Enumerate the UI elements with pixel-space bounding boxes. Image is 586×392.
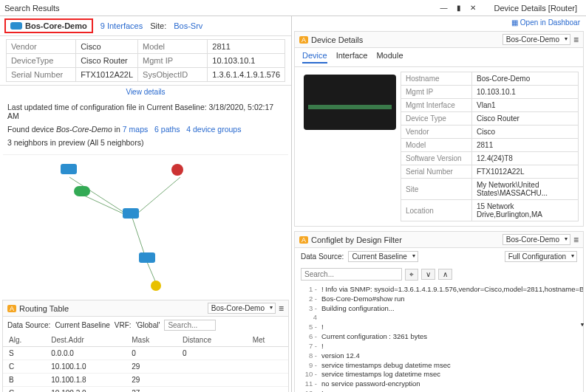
device-detail-table: HostnameBos-Core-Demo Mgmt IP10.103.10.1…	[401, 72, 579, 221]
tab-module[interactable]: Module	[376, 51, 403, 63]
search-results-title: Search Results	[4, 4, 438, 13]
rt-vrf-label: VRF:	[115, 321, 132, 329]
site-label: Site:	[150, 21, 166, 30]
tab-device[interactable]: Device	[302, 51, 327, 63]
device-tab[interactable]: Bos-Core-Demo	[4, 18, 93, 33]
cfg-ds-select[interactable]: Current Baseline	[348, 251, 418, 262]
rt-ds-select[interactable]: Current Baseline	[55, 321, 109, 329]
interfaces-tab[interactable]: 9 Interfaces	[100, 21, 143, 30]
device-info-table: VendorCiscoModel2811 DeviceTypeCisco Rou…	[6, 39, 285, 82]
close-icon[interactable]: ✕	[468, 4, 478, 12]
badge-icon: A	[7, 305, 16, 312]
device-name: Bos-Core-Demo	[25, 21, 87, 30]
device-image	[304, 75, 396, 130]
cfg-full-select[interactable]: Full Configuration	[505, 251, 577, 262]
svg-line-1	[132, 177, 180, 218]
cfg-search-input[interactable]	[301, 268, 402, 281]
table-row[interactable]: S0.0.0.000	[3, 347, 288, 360]
table-row[interactable]: C10.100.2.027	[3, 387, 288, 393]
left-pane: Bos-Core-Demo 9 Interfaces Site: Bos-Srv…	[0, 16, 292, 392]
cfg-up-btn[interactable]: ∧	[438, 269, 452, 280]
cfg-ds-label: Data Source:	[301, 252, 344, 261]
pin-icon[interactable]: ▮	[454, 4, 463, 12]
view-details-link[interactable]: View details	[0, 85, 291, 98]
neighbors-note: 3 neighbors in preview (All 5 neighbors)	[0, 138, 291, 151]
cfg-search-btn[interactable]: ⌖	[405, 269, 418, 281]
cfg-title: Configlet by Design Filter	[311, 235, 402, 244]
configlet-panel: A Configlet by Design Filter Bos-Core-De…	[294, 231, 584, 392]
routing-table-title: Routing Table	[19, 304, 69, 313]
dashboard-icon: ▦	[511, 18, 518, 27]
paths-link[interactable]: 6 paths	[154, 125, 180, 134]
routing-device-select[interactable]: Bos-Core-Demo	[208, 303, 276, 314]
tab-interface[interactable]: Interface	[336, 51, 368, 63]
baseline-note: Last updated time of configuration file …	[0, 98, 291, 125]
config-code[interactable]: 1 -! Info via SNMP: sysoid=1.3.6.1.4.1.9…	[295, 283, 583, 392]
routing-menu-icon[interactable]: ≡	[279, 303, 284, 314]
rt-ds-label: Data Source:	[7, 321, 50, 329]
device-details-title: Device Details [Router]	[494, 4, 578, 13]
topology-preview[interactable]	[3, 154, 288, 295]
dd-device-select[interactable]: Bos-Core-Demo	[502, 34, 570, 45]
table-row[interactable]: C10.100.1.029	[3, 360, 288, 374]
routing-table: Alg.Dest.AddrMaskDistanceMet S0.0.0.000C…	[3, 334, 288, 392]
routing-table-panel: A Routing Table Bos-Core-Demo ≡ Data Sou…	[2, 300, 289, 392]
maps-link[interactable]: 7 maps	[123, 125, 148, 134]
device-tabs: Bos-Core-Demo 9 Interfaces Site: Bos-Srv	[0, 16, 291, 36]
right-pane: ▦ Open in Dashboar A Device Details Bos-…	[292, 16, 586, 392]
dd-menu-icon[interactable]: ≡	[573, 35, 579, 45]
open-in-dashboard[interactable]: ▦ Open in Dashboar	[511, 18, 580, 27]
router-icon	[10, 22, 22, 30]
title-bar: Search Results — ▮ ✕ Device Details [Rou…	[0, 0, 586, 16]
rt-search-input[interactable]	[164, 320, 216, 331]
dd-title: Device Details	[311, 35, 363, 44]
cfg-menu-icon[interactable]: ≡	[573, 235, 579, 245]
table-row[interactable]: B10.100.1.829	[3, 374, 288, 387]
site-link[interactable]: Bos-Srv	[174, 21, 202, 30]
minimize-icon[interactable]: —	[438, 4, 450, 12]
cfg-device-select[interactable]: Bos-Core-Demo	[502, 234, 570, 245]
rt-vrf-select[interactable]: 'Global'	[136, 321, 160, 329]
device-details-panel: A Device Details Bos-Core-Demo ≡ Device …	[294, 31, 584, 227]
device-groups-link[interactable]: 4 device groups	[186, 125, 241, 134]
cfg-down-btn[interactable]: ∨	[421, 269, 435, 280]
found-device-note: Found device Bos-Core-Demo in 7 maps 6 p…	[0, 125, 291, 138]
